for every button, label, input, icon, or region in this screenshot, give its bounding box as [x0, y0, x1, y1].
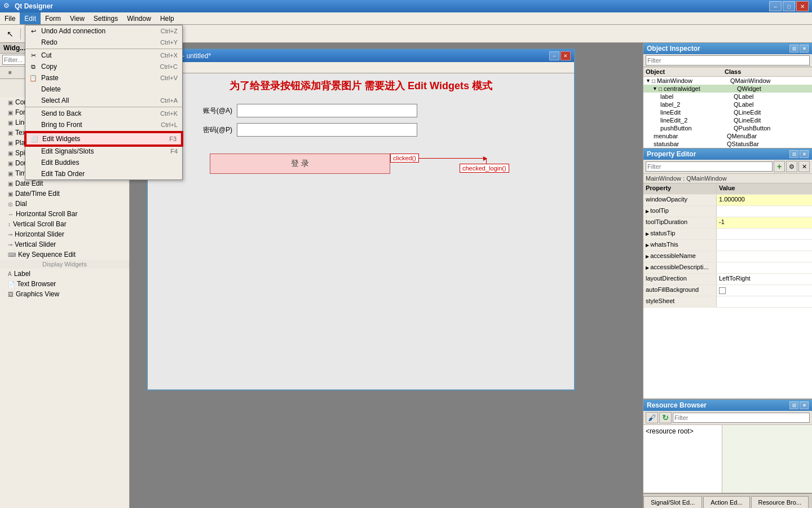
- menu-edittab[interactable]: Edit Tab Order: [25, 168, 182, 179]
- list-item[interactable]: ALabel: [0, 269, 129, 279]
- account-input[interactable]: [237, 104, 417, 117]
- tree-name-menubar: menubar: [654, 133, 727, 139]
- property-editor-float-button[interactable]: ⊡: [789, 150, 798, 158]
- resource-tree: <resource root>: [643, 425, 722, 493]
- list-item[interactable]: ▣Date/Time Edit: [0, 189, 129, 199]
- menu-help[interactable]: Help: [156, 12, 179, 24]
- list-item[interactable]: 📄Text Browser: [0, 279, 129, 289]
- tab-resource[interactable]: Resource Bro...: [751, 496, 809, 508]
- menu-edit[interactable]: Edit: [20, 12, 41, 24]
- menu-redo[interactable]: Redo Ctrl+Y: [25, 37, 182, 48]
- tree-arrow-centralwidget: ▼: [652, 86, 657, 91]
- prop-value-accessibleName[interactable]: [717, 251, 812, 262]
- auto-fill-checkbox[interactable]: [719, 287, 726, 294]
- menu-undo[interactable]: ↩ Undo Add connection Ctrl+Z: [25, 25, 182, 37]
- resource-refresh-button[interactable]: ↻: [659, 412, 672, 423]
- menu-form[interactable]: Form: [41, 12, 65, 24]
- menu-editwidgets[interactable]: ⬜ Edit Widgets F3: [25, 132, 182, 146]
- design-close-button[interactable]: ✕: [561, 51, 571, 60]
- prop-value-statusTip[interactable]: [717, 229, 812, 239]
- prop-value-layoutDirection[interactable]: LeftToRight: [717, 274, 812, 284]
- resource-filter-input[interactable]: [673, 413, 810, 423]
- object-inspector-float-button[interactable]: ⊡: [789, 45, 798, 52]
- slot-label-box: checked_login(): [460, 164, 509, 173]
- sendback-shortcut: Ctrl+K: [160, 110, 178, 117]
- resource-toolbar: 🖌 ↻: [643, 411, 812, 425]
- property-add-button[interactable]: +: [774, 161, 785, 172]
- tree-item-menubar[interactable]: menubar QMenuBar: [643, 132, 812, 140]
- tree-item-lineedit2[interactable]: lineEdit_2 QLineEdit: [643, 116, 812, 124]
- property-editor-close-button[interactable]: ✕: [800, 150, 809, 158]
- prop-name-windowOpacity: windowOpacity: [643, 195, 717, 205]
- prop-value-styleSheet[interactable]: [717, 296, 812, 307]
- tab-action[interactable]: Action Ed...: [703, 496, 749, 508]
- menu-file[interactable]: File: [0, 12, 20, 24]
- menu-selectall[interactable]: Select All Ctrl+A: [25, 95, 182, 106]
- tree-item-label[interactable]: label QLabel: [643, 93, 812, 100]
- object-inspector-close-button[interactable]: ✕: [800, 45, 809, 52]
- menu-editsignals[interactable]: Edit Signals/Slots F4: [25, 146, 182, 157]
- menu-window[interactable]: Window: [122, 12, 156, 24]
- menu-settings[interactable]: Settings: [89, 12, 122, 24]
- resource-brush-button[interactable]: 🖌: [646, 412, 658, 423]
- widget-view-toggle[interactable]: ≡: [2, 65, 18, 80]
- resource-root-item[interactable]: <resource root>: [646, 427, 694, 435]
- list-item[interactable]: ⌨Key Sequence Edit: [0, 249, 129, 260]
- signal-line: [419, 158, 487, 159]
- tree-item-mainwindow[interactable]: ▼ □ MainWindow QMainWindow: [643, 77, 812, 85]
- tree-item-pushbutton[interactable]: pushButton QPushButton: [643, 124, 812, 132]
- prop-value-accessibleDescripti[interactable]: [717, 262, 812, 273]
- prop-name-accessibleDescripti[interactable]: accessibleDescripti...: [643, 262, 717, 273]
- menu-sendback[interactable]: Send to Back Ctrl+K: [25, 108, 182, 119]
- text-browser-icon: 📄: [8, 281, 15, 287]
- maximize-button[interactable]: □: [783, 1, 795, 11]
- menu-editbuddies[interactable]: Edit Buddies: [25, 157, 182, 168]
- close-button[interactable]: ✕: [796, 1, 809, 11]
- property-filter-input[interactable]: [646, 161, 773, 172]
- property-delete-button[interactable]: ✕: [798, 161, 810, 172]
- window-controls: – □ ✕: [769, 1, 809, 11]
- list-item[interactable]: ◎Dial: [0, 199, 129, 209]
- toolbar-sep-1: [20, 28, 21, 40]
- menu-view[interactable]: View: [65, 12, 89, 24]
- menu-paste[interactable]: 📋 Paste Ctrl+V: [25, 72, 182, 84]
- object-inspector-filter-input[interactable]: [646, 55, 810, 65]
- tree-item-label2[interactable]: label_2 QLabel: [643, 100, 812, 108]
- prop-name-autoFillBackground: autoFillBackground: [643, 285, 717, 296]
- design-area[interactable]: inWindow - untitled* – ✕ Here 为了给登录按钮添加背…: [130, 43, 643, 508]
- property-config-button[interactable]: ⚙: [786, 161, 797, 172]
- list-item[interactable]: ⊸Horizontal Slider: [0, 229, 129, 239]
- minimize-button[interactable]: –: [769, 1, 782, 11]
- toolbar-select[interactable]: ↖: [2, 27, 18, 41]
- prop-value-toolTip[interactable]: [717, 206, 812, 217]
- menu-delete[interactable]: Delete: [25, 84, 182, 95]
- prop-value-windowOpacity[interactable]: 1.000000: [717, 195, 812, 205]
- list-item[interactable]: 🖼Graphics View: [0, 289, 129, 299]
- tree-item-centralwidget[interactable]: ▼ □ centralwidget QWidget: [643, 85, 812, 93]
- password-input[interactable]: [237, 123, 417, 137]
- resource-browser-float-button[interactable]: ⊡: [789, 401, 798, 409]
- list-item[interactable]: ↔Horizontal Scroll Bar: [0, 209, 129, 219]
- prop-name-toolTip[interactable]: toolTip: [643, 206, 717, 217]
- object-tree: Object Class ▼ □ MainWindow QMainWindow …: [643, 67, 812, 148]
- list-item[interactable]: ⊸Vertical Slider: [0, 239, 129, 249]
- prop-value-autoFillBackground[interactable]: [717, 285, 812, 296]
- prop-name-statusTip[interactable]: statusTip: [643, 229, 717, 239]
- prop-name-accessibleName[interactable]: accessibleName: [643, 251, 717, 262]
- prop-name-whatsThis[interactable]: whatsThis: [643, 240, 717, 251]
- tree-item-lineedit[interactable]: lineEdit QLineEdit: [643, 108, 812, 116]
- menu-copy[interactable]: ⧉ Copy Ctrl+C: [25, 61, 182, 72]
- resource-browser-close-button[interactable]: ✕: [800, 401, 809, 409]
- design-minimize-button[interactable]: –: [549, 51, 559, 60]
- login-button[interactable]: 登 录: [210, 154, 390, 174]
- menu-bringfront[interactable]: Bring to Front Ctrl+L: [25, 119, 182, 130]
- tree-item-statusbar[interactable]: statusbar QStatusBar: [643, 140, 812, 148]
- prop-value-whatsThis[interactable]: [717, 240, 812, 251]
- tree-col-object: Object: [646, 68, 725, 75]
- prop-row-autoFillBackground: autoFillBackground: [643, 285, 812, 296]
- menu-cut[interactable]: ✂ Cut Ctrl+X: [25, 50, 182, 61]
- list-item[interactable]: ↕Vertical Scroll Bar: [0, 219, 129, 229]
- delete-label: Delete: [41, 85, 178, 93]
- prop-value-toolTipDuration[interactable]: -1: [717, 217, 812, 228]
- tab-signal-slot[interactable]: Signal/Slot Ed...: [643, 496, 702, 508]
